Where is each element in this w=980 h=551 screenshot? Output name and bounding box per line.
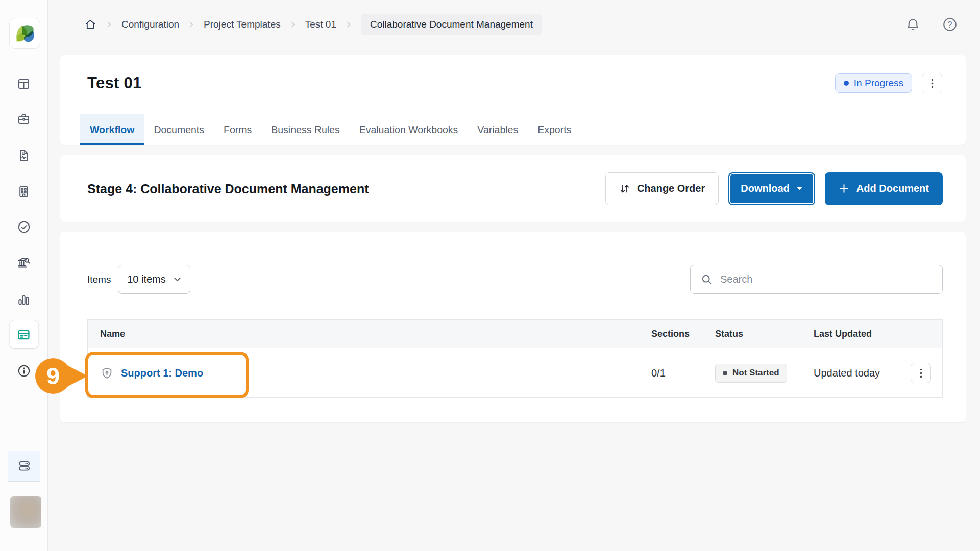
svg-text:?: ? [948, 20, 952, 29]
sidebar-item-organizations[interactable] [13, 180, 35, 203]
change-order-button[interactable]: Change Order [605, 172, 719, 205]
sort-arrows-icon [619, 183, 630, 194]
status-cell: Not Started [715, 364, 814, 383]
status-badge: In Progress [835, 73, 912, 93]
sections-cell: 0/1 [651, 367, 715, 379]
briefcase-icon [17, 112, 31, 126]
servers-icon [17, 459, 31, 473]
items-label: Items [87, 274, 111, 285]
breadcrumb-configuration[interactable]: Configuration [121, 19, 179, 30]
form-icon [17, 328, 31, 342]
sidebar-item-analytics[interactable] [13, 288, 35, 311]
row-status-badge: Not Started [715, 364, 787, 383]
chevron-down-icon [173, 275, 182, 284]
add-document-button[interactable]: Add Document [825, 172, 943, 205]
search-icon [701, 273, 713, 286]
status-badge-label: In Progress [854, 78, 903, 89]
page-title: Test 01 [87, 74, 142, 92]
app-logo-icon [13, 22, 37, 45]
stage-header-card: Stage 4: Collaborative Document Manageme… [60, 155, 966, 222]
help-icon: ? [942, 16, 958, 33]
tab-forms[interactable]: Forms [214, 114, 261, 145]
row-actions-menu-button[interactable] [911, 363, 931, 383]
sidebar-item-dashboard[interactable] [13, 72, 35, 95]
status-dot-icon [844, 81, 849, 86]
title-card: Test 01 In Progress Workflow Documents F… [60, 55, 966, 145]
sidebar-item-environments[interactable] [8, 451, 40, 482]
last-updated-cell: Updated today [814, 367, 911, 379]
chevron-right-icon [187, 20, 196, 29]
search-input[interactable] [720, 273, 932, 285]
actions-cell [911, 363, 942, 383]
notifications-button[interactable] [905, 17, 921, 33]
topbar-icons: ? [905, 16, 958, 33]
tab-evaluation-workbooks[interactable]: Evaluation Workbooks [350, 114, 468, 145]
kebab-icon [920, 368, 922, 378]
building-icon [17, 185, 31, 198]
chevron-right-icon [105, 20, 114, 29]
column-header-name: Name [100, 329, 651, 339]
sidebar-item-reports[interactable] [13, 144, 35, 166]
app-logo[interactable] [9, 18, 40, 49]
info-icon [17, 364, 31, 378]
bank-search-icon [16, 255, 31, 270]
table-toolbar: Items 10 items [87, 265, 943, 294]
download-button[interactable]: Download [728, 172, 815, 205]
sidebar-item-approvals[interactable] [13, 216, 35, 238]
table-header-row: Name Sections Status Last Updated [88, 320, 942, 348]
column-header-status: Status [715, 329, 814, 339]
documents-table-card: Items 10 items Name Sections Status Last… [60, 232, 966, 422]
tab-workflow[interactable]: Workflow [80, 114, 144, 145]
chevron-right-icon [288, 20, 298, 29]
add-document-label: Add Document [856, 183, 929, 194]
column-header-last-updated: Last Updated [814, 329, 911, 339]
layout-icon [17, 77, 31, 91]
user-avatar[interactable] [10, 496, 41, 528]
items-per-page-value: 10 items [127, 273, 166, 285]
sidebar-item-institution-search[interactable] [13, 251, 35, 273]
stage-actions: Change Order Download Add Document [605, 172, 943, 205]
items-per-page-select[interactable]: 10 items [118, 265, 190, 294]
tab-business-rules[interactable]: Business Rules [261, 114, 349, 145]
bar-chart-icon [17, 293, 31, 307]
tab-bar: Workflow Documents Forms Business Rules … [80, 114, 581, 145]
row-status-label: Not Started [732, 368, 779, 378]
topbar: Configuration Project Templates Test 01 … [48, 0, 980, 49]
check-circle-icon [17, 220, 31, 234]
shield-lock-icon [100, 366, 114, 380]
tab-variables[interactable]: Variables [468, 114, 528, 145]
sidebar [0, 0, 48, 551]
breadcrumb: Configuration Project Templates Test 01 … [84, 14, 542, 35]
table-row: Support 1: Demo 0/1 Not Started Updated … [88, 348, 942, 397]
page-actions-menu-button[interactable] [922, 73, 942, 93]
sidebar-item-info[interactable] [13, 360, 35, 382]
avatar-image [10, 496, 41, 528]
sidebar-item-templates-active[interactable] [9, 320, 38, 349]
stage-title: Stage 4: Collaborative Document Manageme… [87, 181, 369, 196]
document-name-cell: Support 1: Demo [100, 366, 651, 380]
bell-icon [905, 17, 921, 33]
change-order-label: Change Order [637, 183, 705, 194]
caret-down-icon [796, 186, 803, 191]
home-icon[interactable] [84, 18, 97, 31]
search-box[interactable] [690, 265, 943, 294]
help-button[interactable]: ? [942, 16, 958, 33]
tab-documents[interactable]: Documents [144, 114, 214, 145]
column-header-sections: Sections [651, 329, 715, 339]
chevron-right-icon [344, 20, 353, 29]
kebab-icon [931, 79, 934, 88]
document-icon [17, 148, 31, 162]
main-content: Configuration Project Templates Test 01 … [48, 0, 980, 551]
breadcrumb-project-templates[interactable]: Project Templates [204, 19, 281, 30]
sidebar-item-projects[interactable] [13, 108, 35, 130]
breadcrumb-test-01[interactable]: Test 01 [305, 19, 336, 30]
tab-exports[interactable]: Exports [528, 114, 581, 145]
document-link[interactable]: Support 1: Demo [121, 367, 203, 379]
plus-icon [839, 183, 849, 194]
download-label: Download [741, 183, 790, 194]
breadcrumb-current: Collaborative Document Management [361, 14, 542, 35]
documents-table: Name Sections Status Last Updated Suppor… [87, 319, 943, 398]
status-dot-icon [723, 371, 727, 375]
